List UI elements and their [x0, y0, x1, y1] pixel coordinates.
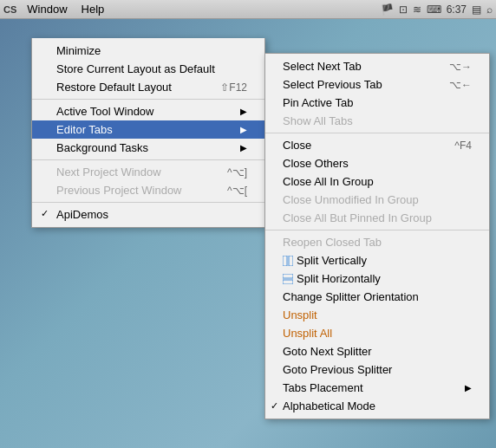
submenu-item-split-horizontally[interactable]: Split Horizontally	[265, 269, 489, 288]
search-icon[interactable]: ⌕	[486, 3, 493, 16]
submenu-item-unsplit-all[interactable]: Unsplit All	[265, 324, 489, 342]
select-next-tab-shortcut: ⌥→	[449, 61, 472, 73]
time-display: 6:37	[447, 3, 467, 16]
submenu-item-select-prev-tab[interactable]: Select Previous Tab ⌥←	[265, 75, 489, 94]
menubar-item-window[interactable]: Window	[20, 1, 74, 17]
split-horizontally-icon	[283, 274, 293, 284]
submenu-item-pin-active-tab[interactable]: Pin Active Tab	[265, 94, 489, 112]
restore-layout-shortcut: ⇧F12	[220, 81, 247, 94]
submenu-item-close-all-in-group[interactable]: Close All In Group	[265, 172, 489, 191]
menu-item-store-layout[interactable]: Store Current Layout as Default	[32, 60, 264, 78]
editor-tabs-submenu: Select Next Tab ⌥→ Select Previous Tab ⌥…	[264, 53, 490, 419]
separator-2	[32, 159, 264, 160]
menubar-item-help[interactable]: Help	[75, 1, 112, 17]
app-logo: CS	[3, 4, 16, 15]
submenu-item-unsplit[interactable]: Unsplit	[265, 306, 489, 324]
submenu-item-tabs-placement[interactable]: Tabs Placement	[265, 379, 489, 397]
submenu-item-change-splitter-orientation[interactable]: Change Splitter Orientation	[265, 288, 489, 306]
submenu-item-close[interactable]: Close ^F4	[265, 136, 489, 154]
svg-rect-0	[283, 256, 287, 266]
wifi-icon: ≋	[413, 3, 421, 16]
select-prev-tab-shortcut: ⌥←	[449, 79, 472, 91]
battery-icon: ▤	[472, 3, 481, 16]
submenu-item-show-all-tabs: Show All Tabs	[265, 112, 489, 130]
submenu-separator-1	[265, 133, 489, 133]
network-icon: ⊡	[399, 3, 408, 16]
menu-item-next-project-window: Next Project Window ^⌥]	[32, 163, 264, 181]
submenu-item-reopen-closed-tab: Reopen Closed Tab	[265, 233, 489, 251]
api-demos-checkmark: ✓	[41, 208, 49, 219]
menu-item-active-tool-window[interactable]: Active Tool Window	[32, 102, 264, 120]
keyboard-icon: ⌨	[427, 3, 441, 16]
next-project-shortcut: ^⌥]	[227, 166, 247, 179]
separator-3	[32, 202, 264, 203]
split-vertically-icon	[283, 256, 293, 266]
submenu-separator-2	[265, 230, 489, 230]
menu-item-editor-tabs[interactable]: Editor Tabs	[32, 120, 264, 139]
menu-item-api-demos[interactable]: ApiDemos	[32, 205, 264, 224]
menubar: CS Window Help 🏴 ⊡ ≋ ⌨ 6:37 ▤ ⌕	[0, 0, 496, 19]
submenu-item-alphabetical-mode[interactable]: ✓ Alphabetical Mode	[265, 397, 489, 415]
submenu-item-split-vertically[interactable]: Split Vertically	[265, 251, 489, 269]
svg-rect-1	[289, 256, 293, 266]
flag-icon: 🏴	[381, 3, 394, 16]
submenu-item-goto-prev-splitter[interactable]: Goto Previous Splitter	[265, 360, 489, 379]
close-shortcut: ^F4	[454, 140, 472, 152]
desktop: Minimize Store Current Layout as Default…	[0, 19, 496, 448]
separator-1	[32, 99, 264, 100]
menu-item-prev-project-window: Previous Project Window ^⌥[	[32, 181, 264, 199]
menubar-right: 🏴 ⊡ ≋ ⌨ 6:37 ▤ ⌕	[381, 3, 493, 16]
submenu-item-close-all-but-pinned: Close All But Pinned In Group	[265, 209, 489, 227]
menu-item-background-tasks[interactable]: Background Tasks	[32, 139, 264, 157]
menu-item-restore-layout[interactable]: Restore Default Layout ⇧F12	[32, 78, 264, 96]
submenu-item-close-others[interactable]: Close Others	[265, 154, 489, 172]
submenu-item-goto-next-splitter[interactable]: Goto Next Splitter	[265, 342, 489, 360]
alphabetical-checkmark: ✓	[271, 400, 278, 412]
window-menu-dropdown: Minimize Store Current Layout as Default…	[31, 38, 265, 228]
submenu-item-select-next-tab[interactable]: Select Next Tab ⌥→	[265, 57, 489, 75]
menu-item-minimize[interactable]: Minimize	[32, 42, 264, 60]
svg-rect-2	[283, 274, 293, 278]
submenu-item-close-unmodified: Close Unmodified In Group	[265, 191, 489, 209]
prev-project-shortcut: ^⌥[	[227, 185, 247, 197]
svg-rect-3	[283, 280, 293, 284]
